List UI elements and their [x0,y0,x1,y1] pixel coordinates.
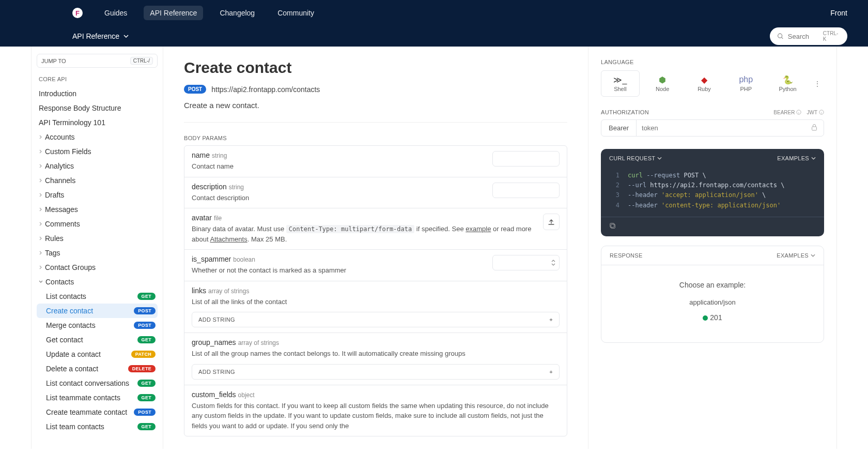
sidebar-item[interactable]: Response Body Structure [37,101,158,115]
nav-link-api-reference[interactable]: API Reference [144,6,203,20]
sidebar-group[interactable]: Custom Fields [37,144,158,159]
param-row: descriptionstringContact description [184,177,567,209]
svg-text:i: i [799,111,799,114]
sidebar-endpoint[interactable]: Merge contactsPOST [37,318,158,333]
language-label: LANGUAGE [601,59,824,65]
code-body: 1curl --request POST \2 --url https://ap… [601,168,824,217]
sidebar-group[interactable]: Messages [37,202,158,217]
lang-tab-python[interactable]: 🐍Python [769,71,807,96]
nav-link-guides[interactable]: Guides [98,6,133,20]
sidebar-endpoint[interactable]: Get contactGET [37,333,158,347]
stepper-icon [551,259,556,266]
search-input[interactable] [788,33,819,40]
sidebar-group[interactable]: Analytics [37,159,158,173]
response-status[interactable]: 201 [610,313,815,322]
auth-token-input[interactable] [637,120,805,136]
info-icon: i [819,110,824,115]
sidebar-endpoint[interactable]: Delete a contactDELETE [37,361,158,376]
sidebar-endpoint[interactable]: List teammate contactsGET [37,390,158,405]
lang-tab-php[interactable]: phpPHP [727,71,765,96]
body-params-label: BODY PARAMS [184,135,567,141]
nav-link-changelog[interactable]: Changelog [213,6,261,20]
chevron-right-icon [39,265,42,269]
page-description: Create a new contact. [184,101,567,123]
upload-button[interactable] [543,214,560,230]
param-select[interactable] [492,255,560,270]
chevron-right-icon [39,222,42,226]
sidebar-group[interactable]: Tags [37,246,158,260]
param-row: avatarfileBinary data of avatar. Must us… [184,208,567,250]
sidebar-group[interactable]: Rules [37,231,158,246]
code-examples-dropdown[interactable]: EXAMPLES [777,155,816,161]
response-mime[interactable]: application/json [610,298,815,306]
lang-tab-ruby[interactable]: ◆Ruby [686,71,723,96]
sidebar-endpoint[interactable]: List contactsGET [37,289,158,304]
chevron-right-icon [39,207,42,212]
sidebar-group[interactable]: Drafts [37,188,158,202]
logo[interactable]: F [72,8,83,18]
nav-link-community[interactable]: Community [271,6,320,20]
sidebar-group[interactable]: Accounts [37,130,158,144]
plus-icon: + [549,369,553,375]
lang-tab-node[interactable]: ⬢Node [644,71,681,96]
sidebar-group-contacts[interactable]: Contacts [37,275,158,289]
copy-icon[interactable] [609,223,616,231]
param-row: custom_fieldsobjectCustom fields for thi… [184,385,567,436]
more-languages-button[interactable]: ⋮ [811,77,824,91]
chevron-right-icon [39,135,42,139]
sidebar-group[interactable]: Channels [37,173,158,188]
chevron-down-icon [657,157,662,160]
code-title-dropdown[interactable]: CURL REQUEST [609,155,662,161]
lang-tab-shell[interactable]: ≫_Shell [601,70,640,97]
chevron-down-icon [811,254,815,257]
svg-rect-7 [611,224,615,228]
authorization-label: AUTHORIZATION [601,109,649,115]
param-row: is_spammerbooleanWhether or not the cont… [184,250,567,281]
sidebar-group[interactable]: Comments [37,217,158,231]
chevron-right-icon [39,193,42,197]
sub-title: API Reference [72,32,119,40]
svg-rect-8 [610,223,614,228]
response-label: RESPONSE [610,252,643,259]
chevron-down-icon [123,35,129,38]
sidebar-endpoint[interactable]: Create contactPOST [37,304,158,318]
chevron-right-icon [39,236,42,240]
search-icon [777,33,784,40]
response-examples-dropdown[interactable]: EXAMPLES [777,252,815,259]
param-row: namestringContact name [184,146,567,177]
param-row: linksarray of stringsList of all the lin… [184,281,567,334]
lock-icon [805,124,824,132]
sidebar-endpoint[interactable]: List team contactsGET [37,419,158,434]
chevron-down-icon [39,280,43,284]
api-reference-dropdown[interactable]: API Reference [72,32,129,40]
add-string-button[interactable]: ADD STRING+ [192,364,560,380]
search-kbd: CTRL-K [823,31,840,42]
chevron-right-icon [39,251,42,255]
param-input[interactable] [492,151,560,167]
page-title: Create contact [184,59,567,77]
response-prompt: Choose an example: [610,281,815,289]
search-box[interactable]: CTRL-K [770,27,847,45]
sidebar-endpoint[interactable]: Create teammate contactPOST [37,405,158,419]
add-string-button[interactable]: ADD STRING+ [192,312,560,327]
sidebar-endpoint[interactable]: Update a contactPATCH [37,347,158,361]
sidebar-group[interactable]: Contact Groups [37,260,158,275]
section-label: CORE API [39,76,158,82]
brand-name: Front [830,9,847,17]
chevron-right-icon [39,164,42,168]
sidebar-endpoint[interactable]: List contact conversationsGET [37,376,158,390]
svg-point-0 [778,34,782,38]
svg-text:i: i [821,111,822,114]
sidebar-item[interactable]: Introduction [37,86,158,101]
param-row: group_namesarray of stringsList of all t… [184,333,567,385]
svg-rect-6 [812,127,817,130]
upload-icon [548,218,555,225]
info-icon: i [796,110,801,115]
svg-line-1 [782,37,783,38]
param-input[interactable] [492,183,560,198]
chevron-right-icon [39,178,42,183]
sidebar-item[interactable]: API Terminology 101 [37,115,158,130]
auth-types: BEARER i JWT i [773,110,824,115]
chevron-down-icon [811,157,816,160]
jump-to-button[interactable]: JUMP TO CTRL-/ [37,54,158,68]
